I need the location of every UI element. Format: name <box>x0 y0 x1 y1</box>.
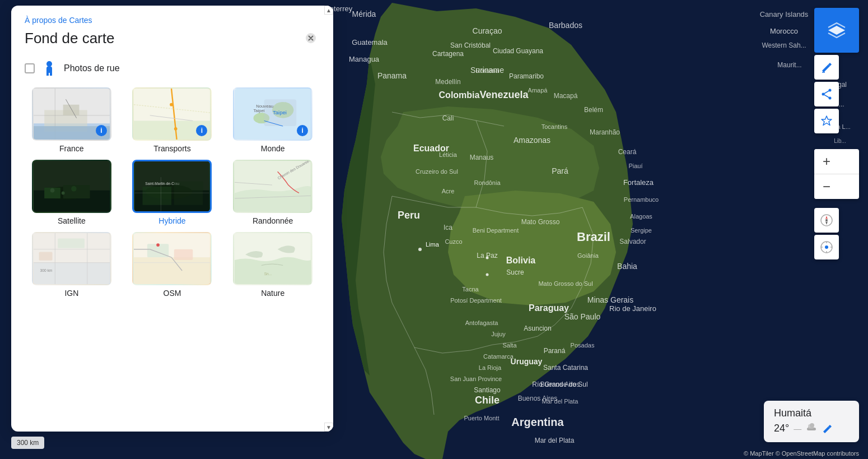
svg-text:Maranhão: Maranhão <box>590 128 620 136</box>
map-type-hybride[interactable]: Saint-Martin-de-Crau Hybride <box>125 160 220 225</box>
svg-text:Rondônia: Rondônia <box>474 179 501 186</box>
location-icon <box>820 240 833 254</box>
share-button[interactable] <box>814 82 839 106</box>
map-type-grid: i France i Transports <box>11 87 333 311</box>
svg-text:Cruzeiro do Sul: Cruzeiro do Sul <box>416 168 458 175</box>
svg-point-120 <box>50 188 55 193</box>
map-thumb-ign: 300 km <box>32 232 111 285</box>
map-type-nature[interactable]: Sn... Nature <box>226 232 320 298</box>
map-type-osm[interactable]: OSM <box>125 232 220 298</box>
svg-text:Paraná: Paraná <box>544 347 566 355</box>
panel-title: Fond de carte <box>25 30 114 47</box>
svg-text:Paramaribo: Paramaribo <box>509 72 544 80</box>
svg-text:Brazil: Brazil <box>577 230 610 244</box>
france-info-badge[interactable]: i <box>96 125 107 136</box>
svg-text:Salvador: Salvador <box>619 238 646 245</box>
scale-bar: 300 km <box>11 437 44 449</box>
street-view-icon <box>41 61 57 76</box>
svg-text:Tocantins: Tocantins <box>542 123 568 130</box>
svg-text:Salta: Salta <box>502 342 517 349</box>
map-type-france[interactable]: i France <box>25 87 119 153</box>
map-controls: + − <box>814 8 859 259</box>
zoom-out-button[interactable]: − <box>814 174 839 199</box>
street-view-checkbox[interactable] <box>25 63 35 73</box>
svg-line-160 <box>823 94 830 98</box>
svg-text:Rio de Janeiro: Rio de Janeiro <box>609 304 656 313</box>
svg-text:Taipei: Taipei <box>273 109 287 115</box>
map-type-randonnee[interactable]: Chemin des Douaniers Randonnée <box>226 160 320 225</box>
map-thumb-hybride: Saint-Martin-de-Crau <box>132 160 212 213</box>
svg-text:Medellín: Medellín <box>435 78 460 86</box>
svg-text:Argentina: Argentina <box>511 416 564 428</box>
randonnee-label: Randonnée <box>253 216 293 225</box>
svg-text:Cali: Cali <box>442 114 454 122</box>
svg-rect-141 <box>39 252 52 261</box>
svg-text:Mar del Plata: Mar del Plata <box>535 437 575 444</box>
svg-text:Ica: Ica <box>444 224 452 231</box>
svg-point-29 <box>486 257 489 259</box>
star-icon <box>820 115 833 127</box>
svg-text:Colombia: Colombia <box>439 90 480 100</box>
close-button[interactable] <box>302 29 320 47</box>
svg-text:Barbados: Barbados <box>549 21 582 30</box>
compass-button[interactable] <box>814 208 839 233</box>
satellite-label: Satellite <box>58 216 86 225</box>
weather-dash: — <box>794 424 801 433</box>
svg-line-159 <box>823 90 830 94</box>
svg-text:Beni Department: Beni Department <box>473 227 519 234</box>
map-thumb-transports: i <box>132 87 212 141</box>
svg-text:Santa Catarina: Santa Catarina <box>543 364 588 372</box>
scroll-down-arrow[interactable]: ▼ <box>324 423 333 432</box>
svg-text:Western Sah...: Western Sah... <box>762 41 806 49</box>
svg-text:Ciudad Guayana: Ciudad Guayana <box>493 47 543 55</box>
svg-text:300 km: 300 km <box>40 268 52 272</box>
map-type-ign[interactable]: 300 km IGN <box>25 232 119 298</box>
svg-text:Pernambuco: Pernambuco <box>624 196 659 203</box>
svg-text:Cartagena: Cartagena <box>432 50 464 58</box>
location-button[interactable] <box>814 235 839 259</box>
svg-point-89 <box>46 61 52 67</box>
map-thumb-monde: Taipei Nouveau Taipei i <box>233 87 312 141</box>
draw-icon <box>820 61 833 73</box>
map-thumb-randonnee: Chemin des Douaniers <box>233 160 312 213</box>
svg-text:Managua: Managua <box>349 55 380 63</box>
svg-text:Sergipe: Sergipe <box>631 227 652 234</box>
svg-text:Peru: Peru <box>398 210 420 221</box>
share-icon <box>820 88 833 100</box>
svg-rect-97 <box>63 105 80 115</box>
svg-text:Posadas: Posadas <box>571 342 595 349</box>
svg-text:Léticia: Léticia <box>439 151 458 158</box>
weather-pen-icon[interactable] <box>822 423 833 434</box>
map-type-monde[interactable]: Taipei Nouveau Taipei i Monde <box>226 87 320 153</box>
svg-text:Guatemala: Guatemala <box>352 38 388 47</box>
weather-temperature: 24° <box>774 423 789 434</box>
transports-label: Transports <box>153 144 190 153</box>
map-attribution: © MapTiler © OpenStreetMap contributors <box>744 450 859 457</box>
map-type-transports[interactable]: i Transports <box>125 87 220 153</box>
svg-text:Acre: Acre <box>442 188 455 194</box>
svg-text:Manaus: Manaus <box>470 154 494 161</box>
svg-text:Maurit...: Maurit... <box>777 61 801 69</box>
svg-text:Venezuela: Venezuela <box>479 89 529 100</box>
about-maps-link[interactable]: À propos de Cartes <box>11 6 333 25</box>
map-type-satellite[interactable]: Satellite <box>25 160 119 225</box>
svg-text:Morocco: Morocco <box>770 27 798 35</box>
map-thumb-nature: Sn... <box>233 232 312 285</box>
svg-text:San Juan Province: San Juan Province <box>450 375 502 382</box>
bookmark-button[interactable] <box>814 109 839 133</box>
close-icon <box>305 33 316 44</box>
svg-text:Bolivia: Bolivia <box>506 256 536 265</box>
svg-text:Santiago: Santiago <box>474 386 501 394</box>
svg-text:Chile: Chile <box>475 395 500 406</box>
svg-point-105 <box>174 127 178 131</box>
svg-text:Roraima: Roraima <box>475 67 499 74</box>
layers-button[interactable] <box>814 8 859 53</box>
zoom-in-button[interactable]: + <box>814 149 839 174</box>
weather-city: Humaitá <box>774 407 849 419</box>
svg-rect-90 <box>46 72 49 76</box>
draw-button[interactable] <box>814 55 839 80</box>
street-view-label: Photos de rue <box>64 63 120 73</box>
svg-point-121 <box>62 192 65 195</box>
svg-text:Curaçao: Curaçao <box>473 26 502 35</box>
scroll-up-arrow[interactable]: ▲ <box>324 6 333 15</box>
